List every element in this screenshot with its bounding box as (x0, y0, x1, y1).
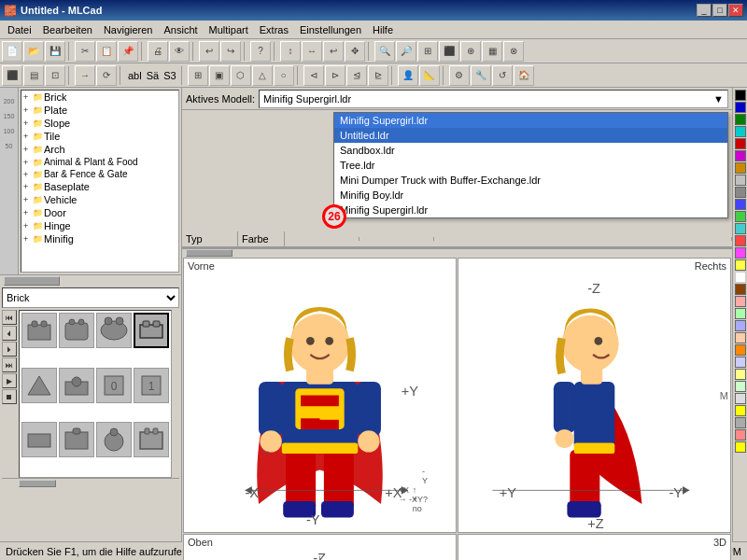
zoom-out[interactable]: 🔎 (396, 41, 416, 62)
menu-datei[interactable]: Datei (2, 22, 37, 37)
color-brightblue[interactable] (735, 199, 746, 210)
scrollbar-thumb[interactable] (4, 276, 60, 286)
rotate-x[interactable]: ↕ (280, 41, 301, 62)
grid-btn[interactable]: ▦ (482, 41, 502, 62)
fit[interactable]: ⊞ (417, 41, 438, 62)
color-lightblue[interactable] (735, 320, 746, 331)
tb2-7[interactable]: ▣ (209, 65, 230, 86)
color-brightmagenta[interactable] (735, 247, 746, 259)
tb2-13[interactable]: ⊴ (346, 65, 367, 86)
dd-option-sandbox[interactable]: Sandbox.ldr (334, 143, 727, 158)
part-cell-3[interactable] (96, 313, 132, 348)
tree-item-animal[interactable]: + 📁 Animal & Plant & Food (21, 156, 178, 168)
menu-extras[interactable]: Extras (254, 22, 294, 37)
color-cyan[interactable] (735, 126, 746, 137)
color-peach[interactable] (735, 332, 746, 343)
active-model-dropdown[interactable]: Minifig Supergirl.ldr ▼ (259, 90, 728, 108)
part-cell-11[interactable] (96, 422, 132, 457)
dd-option-tree[interactable]: Tree.ldr (334, 158, 727, 173)
move-btn[interactable]: ✥ (345, 41, 365, 62)
axis-btn[interactable]: ⊗ (503, 41, 524, 62)
parts-scrollbar-thumb[interactable] (19, 480, 56, 487)
zoom-in[interactable]: 🔍 (374, 41, 395, 62)
color-orange[interactable] (735, 162, 746, 174)
menu-navigieren[interactable]: Navigieren (98, 22, 159, 37)
nav-next[interactable]: ⏵ (2, 342, 17, 357)
print-btn[interactable]: 🖨 (148, 41, 168, 62)
nav-prev[interactable]: ⏴ (2, 326, 17, 341)
nav-first[interactable]: ⏮ (2, 310, 17, 325)
color-brightcyan[interactable] (735, 223, 746, 234)
part-cell-4[interactable] (134, 313, 169, 348)
nav-end[interactable]: ⏹ (2, 389, 17, 404)
hscroll-thumb[interactable] (186, 249, 233, 257)
tree-item-door[interactable]: + 📁 Door (21, 206, 178, 219)
new-btn[interactable]: 📄 (2, 41, 22, 62)
open-btn[interactable]: 📂 (23, 41, 44, 62)
tree-item-hinge[interactable]: + 📁 Hinge (21, 219, 178, 232)
minimize-button[interactable]: _ (697, 4, 712, 17)
tree-item-brick[interactable]: + 📁 Brick (21, 91, 178, 104)
close-button[interactable]: ✕ (728, 4, 743, 17)
dd-option-boy[interactable]: Minifig Boy.ldr (334, 188, 727, 203)
color-gold[interactable] (735, 441, 746, 453)
tb2-2[interactable]: ▤ (23, 65, 44, 86)
undo-btn[interactable]: ↩ (199, 41, 219, 62)
tb2-18[interactable]: 🔧 (471, 65, 491, 86)
tb2-6[interactable]: ⊞ (188, 65, 208, 86)
tb2-5[interactable]: ⟳ (96, 65, 117, 86)
color-medgray[interactable] (735, 417, 746, 428)
copy-btn[interactable]: 📋 (96, 41, 117, 62)
part-cell-9[interactable] (21, 422, 57, 457)
menu-multipart[interactable]: Multipart (204, 22, 254, 37)
tb2-20[interactable]: 🏠 (514, 65, 534, 86)
help-btn[interactable]: ? (250, 41, 271, 62)
dd-option-untitled[interactable]: Untitled.ldr (334, 128, 727, 143)
snap-btn[interactable]: ⊕ (460, 41, 481, 62)
tb2-10[interactable]: ○ (274, 65, 294, 86)
dd-option-minifig-supergirl[interactable]: Minifig Supergirl.ldr (334, 113, 727, 128)
tree-item-plate[interactable]: + 📁 Plate (21, 104, 178, 117)
rotate-z[interactable]: ↩ (323, 41, 344, 62)
dd-option-dumper[interactable]: Mini Dumper Truck with Buffer-Exchange.l… (334, 173, 727, 188)
tree-item-minifig[interactable]: + 📁 Minifig (21, 232, 178, 245)
color-paleblue[interactable] (735, 357, 746, 368)
tb2-11[interactable]: ⊲ (303, 65, 324, 86)
color-black[interactable] (735, 90, 746, 101)
rotate-y[interactable]: ↔ (302, 41, 322, 62)
tree-item-vehicle[interactable]: + 📁 Vehicle (21, 193, 178, 206)
color-lightred[interactable] (735, 296, 746, 307)
tb2-4[interactable]: → (75, 65, 95, 86)
color-green[interactable] (735, 114, 746, 125)
model-dropdown-list[interactable]: Minifig Supergirl.ldr Untitled.ldr Sandb… (333, 112, 728, 218)
tree-item-bar[interactable]: + 📁 Bar & Fence & Gate (21, 168, 178, 180)
maximize-button[interactable]: □ (712, 4, 727, 17)
tree-item-tile[interactable]: + 📁 Tile (21, 130, 178, 143)
tb2-16[interactable]: 📐 (419, 65, 440, 86)
color-gray[interactable] (735, 187, 746, 198)
color-paleyellow[interactable] (735, 369, 746, 380)
tb2-15[interactable]: 👤 (398, 65, 418, 86)
tb2-12[interactable]: ⊳ (325, 65, 345, 86)
color-blue[interactable] (735, 102, 746, 113)
nav-last[interactable]: ⏭ (2, 357, 17, 372)
color-brightred[interactable] (735, 235, 746, 246)
parts-category-dropdown[interactable]: Brick Plate Slope Tile (2, 287, 179, 308)
tree-item-arch[interactable]: + 📁 Arch (21, 143, 178, 156)
part-cell-6[interactable] (59, 368, 94, 403)
part-cell-2[interactable] (59, 313, 94, 348)
parts-scrollbar[interactable] (2, 478, 179, 487)
nav-play[interactable]: ▶ (2, 373, 17, 388)
save-btn[interactable]: 💾 (45, 41, 65, 62)
color-brightyellow[interactable] (735, 405, 746, 416)
part-cell-8[interactable]: 1 (134, 368, 169, 403)
part-cell-7[interactable]: 0 (96, 368, 132, 403)
color-brightgreen[interactable] (735, 211, 746, 222)
tb2-19[interactable]: ↺ (492, 65, 513, 86)
menu-hilfe[interactable]: Hilfe (367, 22, 399, 37)
color-magenta[interactable] (735, 150, 746, 161)
tb2-14[interactable]: ⊵ (368, 65, 388, 86)
tree-item-baseplate[interactable]: + 📁 Baseplate (21, 180, 178, 193)
paste-btn[interactable]: 📌 (118, 41, 138, 62)
tb2-3[interactable]: ⊡ (45, 65, 65, 86)
